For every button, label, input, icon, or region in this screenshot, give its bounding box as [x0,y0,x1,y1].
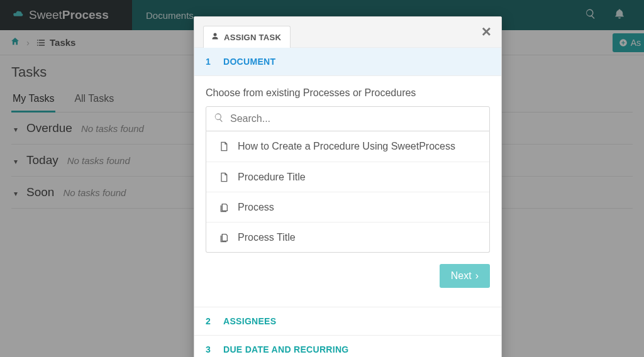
multi-document-icon [219,202,229,213]
next-button[interactable]: Next › [440,264,490,288]
modal-title-tab: ASSIGN TASK [203,26,291,48]
assign-task-modal: ASSIGN TASK × 1 DOCUMENT Choose from exi… [194,16,502,357]
list-item[interactable]: How to Create a Procedure Using SweetPro… [206,131,489,162]
step-due-date[interactable]: 3 DUE DATE AND RECURRING [194,335,501,357]
list-item-label: Process [238,202,274,213]
modal-body: Choose from existing Processes or Proced… [194,75,501,307]
modal-header: ASSIGN TASK × [194,17,501,47]
step-number: 2 [206,316,214,326]
step-label: ASSIGNEES [223,316,276,326]
multi-document-icon [219,232,229,243]
search-field-wrap[interactable] [206,106,490,131]
document-icon [219,141,229,152]
list-item-label: How to Create a Procedure Using SweetPro… [238,141,455,152]
step-label: DOCUMENT [223,57,275,67]
close-icon[interactable]: × [482,23,491,40]
list-item[interactable]: Process [206,192,489,222]
step-document[interactable]: 1 DOCUMENT [194,47,501,75]
instruction-text: Choose from existing Processes or Proced… [206,79,490,106]
list-item-label: Procedure Title [238,172,306,183]
step-label: DUE DATE AND RECURRING [223,344,349,354]
step-assignees[interactable]: 2 ASSIGNEES [194,307,501,335]
list-item[interactable]: Process Title [206,222,489,252]
step-number: 1 [206,57,214,67]
search-input[interactable] [230,113,482,124]
list-item[interactable]: Procedure Title [206,162,489,192]
document-list: How to Create a Procedure Using SweetPro… [206,131,490,253]
list-item-label: Process Title [238,232,296,243]
step-number: 3 [206,344,214,354]
document-icon [219,172,229,183]
modal-title-text: ASSIGN TASK [224,33,281,42]
person-icon [211,32,219,42]
chevron-right-icon: › [475,270,479,282]
search-icon [214,113,224,125]
modal-footer: Next › [206,253,490,297]
